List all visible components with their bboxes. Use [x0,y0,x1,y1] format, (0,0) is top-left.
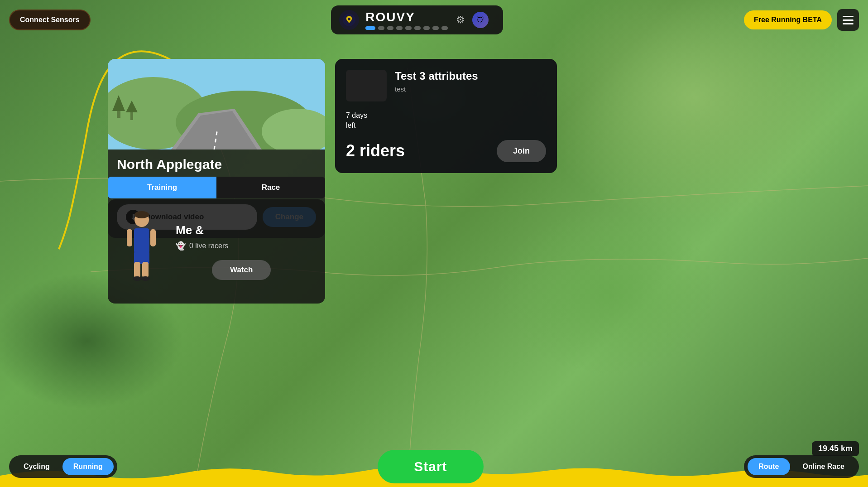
join-challenge-button[interactable]: Join [497,140,546,162]
header-right: Free Running BETA [744,9,859,31]
route-name: North Applegate [117,157,316,172]
sport-type-tabs: Cycling Running [9,455,117,478]
start-button[interactable]: Start [378,450,483,483]
runner-avatar [117,208,171,294]
svg-rect-15 [142,262,149,278]
tab-training[interactable]: Training [108,177,216,198]
settings-gear-icon[interactable]: ⚙ [454,12,467,28]
sport-tab-running[interactable]: Running [62,458,114,475]
route-preview-image [108,59,325,149]
menu-hamburger-button[interactable] [837,9,859,31]
riders-count: 2 riders [346,141,405,160]
header: Connect Sensors ROUVY [0,0,868,40]
free-running-button[interactable]: Free Running BETA [744,10,832,29]
rouvy-logo-box: ROUVY ⚙ 🛡 [331,5,503,34]
me-card-title: Me & [176,223,204,237]
me-card-content: Me & 👻 0 live racers Watch [176,223,316,280]
me-card: Me & 👻 0 live racers Watch [108,199,325,304]
hamburger-line-2 [843,19,854,21]
ghost-icon: 👻 [176,241,186,251]
hamburger-line-3 [843,23,854,24]
live-racers-count: 👻 0 live racers [176,241,228,251]
svg-point-16 [133,276,142,281]
svg-point-1 [348,18,350,20]
svg-point-17 [141,276,150,281]
rouvy-app-icon [339,10,359,30]
route-mode-tabs: Route Online Race [744,455,859,478]
mode-tab-route[interactable]: Route [748,458,790,475]
challenge-subtitle: test [395,85,546,93]
connect-sensors-button[interactable]: Connect Sensors [9,10,91,30]
challenge-thumbnail [346,70,387,101]
challenge-card: Test 3 attributes test 7 daysleft 2 ride… [335,59,557,173]
mode-tab-online-race[interactable]: Online Race [792,458,855,475]
user-avatar: 🛡 [472,12,489,28]
svg-rect-19 [150,229,156,246]
svg-point-20 [134,211,149,218]
svg-rect-12 [134,228,149,253]
watch-button[interactable]: Watch [212,260,271,280]
challenge-info: Test 3 attributes test [395,70,546,93]
progress-dots [365,26,448,30]
tab-race[interactable]: Race [216,177,325,198]
challenge-footer: 2 riders Join [346,140,546,162]
live-racers-label: 0 live racers [189,242,228,250]
svg-rect-18 [127,229,132,246]
sport-tab-cycling[interactable]: Cycling [13,458,61,475]
svg-rect-14 [134,262,140,278]
hamburger-line-1 [843,16,854,17]
challenge-title: Test 3 attributes [395,70,546,82]
app-title: ROUVY [365,10,448,24]
distance-badge: 19.45 km [812,441,859,456]
bottom-bar: Cycling Running Start Route Online Race [0,450,868,483]
challenge-days-left: 7 daysleft [346,111,546,131]
training-race-tabs: Training Race [108,177,325,198]
challenge-header: Test 3 attributes test [346,70,546,101]
